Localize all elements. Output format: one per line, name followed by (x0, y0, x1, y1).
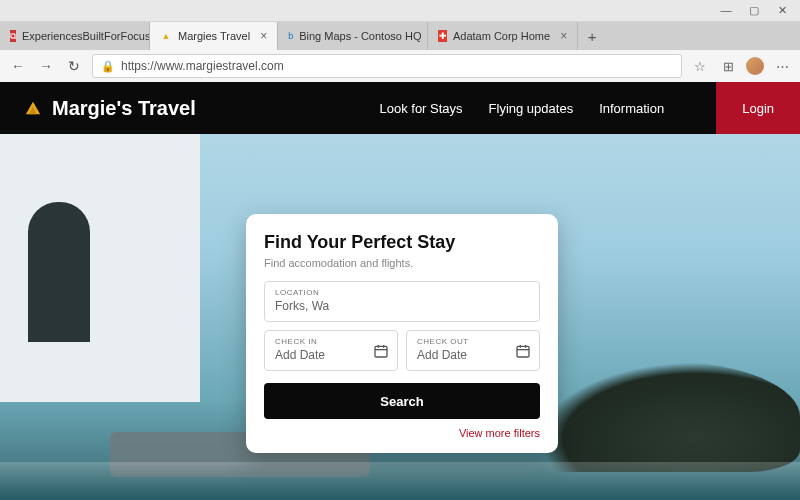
address-bar[interactable]: 🔒 https://www.margiestravel.com (92, 54, 682, 78)
nav-look-for-stays[interactable]: Look for Stays (379, 101, 462, 116)
lock-icon: 🔒 (101, 60, 115, 73)
tab-close-icon[interactable]: × (260, 29, 267, 43)
bing-favicon: b (288, 30, 293, 42)
refresh-button[interactable]: ↻ (64, 58, 84, 74)
search-title: Find Your Perfect Stay (264, 232, 540, 253)
adatam-favicon: ✚ (438, 30, 447, 42)
site-favicon: ▲ (160, 30, 172, 42)
window-controls: — ▢ ✕ (0, 0, 800, 21)
tab-close-icon[interactable]: × (560, 29, 567, 43)
calendar-icon (373, 343, 389, 359)
tab-label: Margies Travel (178, 30, 250, 42)
window-minimize-button[interactable]: — (720, 4, 732, 17)
checkout-field[interactable]: CHECK OUT Add Date (406, 330, 540, 371)
svg-rect-4 (517, 346, 529, 357)
pdf-favicon: ⧉ (10, 30, 16, 42)
checkout-label: CHECK OUT (417, 337, 529, 346)
hero-door (28, 202, 90, 342)
hero-rocks (540, 362, 800, 472)
page-viewport: Margie's Travel Look for Stays Flying up… (0, 82, 800, 500)
tab-bing-maps[interactable]: b Bing Maps - Contoso HQ × (278, 22, 428, 50)
login-button[interactable]: Login (716, 82, 800, 134)
favorites-button[interactable]: ☆ (690, 59, 710, 74)
brand-name: Margie's Travel (52, 97, 196, 120)
tab-strip: ⧉ ExperiencesBuiltForFocus.pdf × ▲ Margi… (0, 22, 800, 50)
window-close-button[interactable]: ✕ (776, 4, 788, 17)
nav-information[interactable]: Information (599, 101, 664, 116)
svg-rect-0 (375, 346, 387, 357)
new-tab-button[interactable]: + (578, 28, 606, 45)
tab-experiences-pdf[interactable]: ⧉ ExperiencesBuiltForFocus.pdf × (0, 22, 150, 50)
browser-toolbar: ← → ↻ 🔒 https://www.margiestravel.com ☆ … (0, 50, 800, 82)
brand[interactable]: Margie's Travel (24, 97, 196, 120)
calendar-icon (515, 343, 531, 359)
browser-chrome: — ▢ ✕ (0, 0, 800, 22)
tab-margies-travel[interactable]: ▲ Margies Travel × (150, 22, 278, 50)
checkin-field[interactable]: CHECK IN Add Date (264, 330, 398, 371)
checkin-value: Add Date (275, 348, 387, 362)
window-maximize-button[interactable]: ▢ (748, 4, 760, 17)
checkout-value: Add Date (417, 348, 529, 362)
location-field[interactable]: LOCATION Forks, Wa (264, 281, 540, 322)
search-subtitle: Find accomodation and flights. (264, 257, 540, 269)
back-button[interactable]: ← (8, 58, 28, 74)
menu-button[interactable]: ⋯ (772, 59, 792, 74)
nav-flying-updates[interactable]: Flying updates (489, 101, 574, 116)
checkin-label: CHECK IN (275, 337, 387, 346)
tent-icon (24, 99, 42, 117)
nav-links: Look for Stays Flying updates Informatio… (379, 82, 800, 134)
site-header: Margie's Travel Look for Stays Flying up… (0, 82, 800, 134)
search-card: Find Your Perfect Stay Find accomodation… (246, 214, 558, 453)
location-label: LOCATION (275, 288, 529, 297)
location-value: Forks, Wa (275, 299, 529, 313)
tab-label: ExperiencesBuiltForFocus.pdf (22, 30, 150, 42)
url-text: https://www.margiestravel.com (121, 59, 284, 73)
hero-pool (0, 462, 800, 500)
tab-label: Adatam Corp Home (453, 30, 550, 42)
forward-button[interactable]: → (36, 58, 56, 74)
profile-avatar[interactable] (746, 57, 764, 75)
collections-button[interactable]: ⊞ (718, 59, 738, 74)
tab-label: Bing Maps - Contoso HQ (299, 30, 421, 42)
search-button[interactable]: Search (264, 383, 540, 419)
tab-adatam[interactable]: ✚ Adatam Corp Home × (428, 22, 578, 50)
view-more-filters-link[interactable]: View more filters (264, 427, 540, 439)
